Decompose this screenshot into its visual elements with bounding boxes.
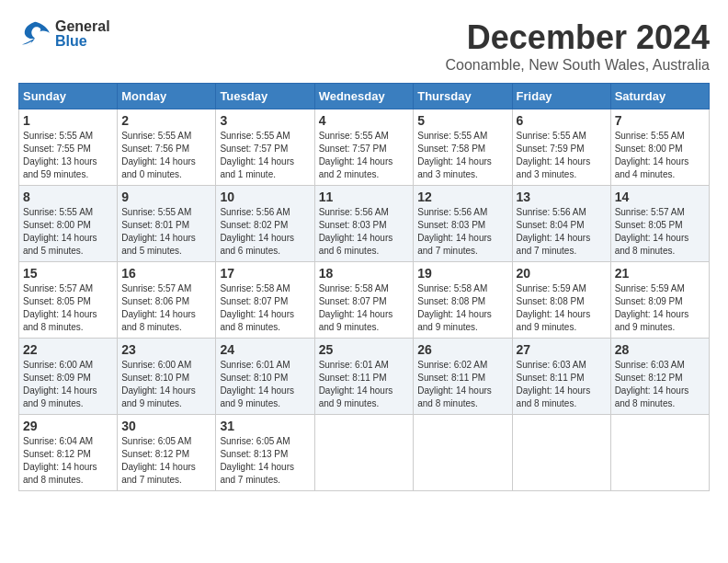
day-number: 18 [319,266,410,281]
sunrise-label: Sunrise: 5:55 AM [319,131,389,141]
day-number: 27 [517,342,607,357]
sunset-label: Sunset: 7:56 PM [121,144,189,154]
day-info: Sunrise: 6:03 AM Sunset: 8:11 PM Dayligh… [517,359,607,410]
calendar-cell [610,415,709,491]
daylight-label: Daylight: 14 hours and 8 minutes. [615,385,689,408]
sunrise-label: Sunrise: 6:02 AM [417,360,487,370]
day-info: Sunrise: 5:57 AM Sunset: 8:05 PM Dayligh… [615,206,705,258]
daylight-label: Daylight: 14 hours and 9 minutes. [319,309,393,332]
daylight-label: Daylight: 14 hours and 9 minutes. [517,309,591,332]
day-number: 2 [121,113,211,128]
sunrise-label: Sunrise: 5:55 AM [121,131,191,141]
daylight-label: Daylight: 14 hours and 5 minutes. [121,233,196,256]
sunrise-label: Sunrise: 5:56 AM [220,207,290,217]
day-number: 5 [417,113,507,128]
sunset-label: Sunset: 8:07 PM [319,296,387,306]
daylight-label: Daylight: 14 hours and 9 minutes. [615,309,689,332]
day-number: 20 [517,266,607,281]
day-number: 14 [615,190,705,204]
sunset-label: Sunset: 8:00 PM [23,220,91,230]
day-info: Sunrise: 6:01 AM Sunset: 8:10 PM Dayligh… [220,359,310,410]
calendar-cell [512,415,610,491]
calendar-cell: 29 Sunrise: 6:04 AM Sunset: 8:12 PM Dayl… [19,415,118,491]
day-number: 23 [121,342,211,357]
daylight-label: Daylight: 14 hours and 5 minutes. [23,233,97,256]
daylight-label: Daylight: 14 hours and 8 minutes. [615,233,689,256]
sunrise-label: Sunrise: 6:00 AM [23,360,93,370]
day-info: Sunrise: 6:01 AM Sunset: 8:11 PM Dayligh… [319,359,410,410]
sunset-label: Sunset: 8:12 PM [615,373,683,383]
daylight-label: Daylight: 14 hours and 7 minutes. [517,233,591,256]
day-number: 19 [417,266,507,281]
title-area: December 2024 Coonamble, New South Wales… [445,18,710,74]
logo-text: General Blue [55,18,110,50]
day-info: Sunrise: 5:56 AM Sunset: 8:04 PM Dayligh… [517,206,607,258]
day-info: Sunrise: 6:04 AM Sunset: 8:12 PM Dayligh… [23,435,113,487]
sunrise-label: Sunrise: 6:03 AM [615,360,685,370]
logo: General Blue [18,18,110,50]
day-info: Sunrise: 5:57 AM Sunset: 8:05 PM Dayligh… [23,282,113,334]
location-title: Coonamble, New South Wales, Australia [445,57,710,74]
calendar-cell: 19 Sunrise: 5:58 AM Sunset: 8:08 PM Dayl… [414,262,512,339]
weekday-header-row: SundayMondayTuesdayWednesdayThursdayFrid… [19,84,710,109]
day-number: 12 [417,190,507,204]
daylight-label: Daylight: 14 hours and 9 minutes. [23,385,97,408]
calendar-week-row: 22 Sunrise: 6:00 AM Sunset: 8:09 PM Dayl… [19,339,710,415]
day-number: 16 [121,266,211,281]
calendar-table: SundayMondayTuesdayWednesdayThursdayFrid… [18,83,710,491]
calendar-cell: 10 Sunrise: 5:56 AM Sunset: 8:02 PM Dayl… [216,186,314,262]
sunrise-label: Sunrise: 5:55 AM [121,207,191,217]
day-number: 7 [615,113,705,128]
sunset-label: Sunset: 8:11 PM [417,373,485,383]
daylight-label: Daylight: 14 hours and 9 minutes. [220,385,294,408]
sunrise-label: Sunrise: 5:55 AM [23,207,93,217]
sunrise-label: Sunrise: 5:55 AM [417,131,487,141]
daylight-label: Daylight: 14 hours and 7 minutes. [121,462,196,485]
day-number: 28 [615,342,705,357]
sunrise-label: Sunrise: 6:04 AM [23,436,93,446]
sunrise-label: Sunrise: 6:01 AM [220,360,290,370]
day-number: 13 [517,190,607,204]
sunrise-label: Sunrise: 5:56 AM [319,207,389,217]
day-info: Sunrise: 5:57 AM Sunset: 8:06 PM Dayligh… [121,282,211,334]
calendar-cell: 5 Sunrise: 5:55 AM Sunset: 7:58 PM Dayli… [414,109,512,186]
calendar-cell: 12 Sunrise: 5:56 AM Sunset: 8:03 PM Dayl… [414,186,512,262]
calendar-cell: 2 Sunrise: 5:55 AM Sunset: 7:56 PM Dayli… [118,109,216,186]
sunrise-label: Sunrise: 6:05 AM [220,436,290,446]
day-info: Sunrise: 6:00 AM Sunset: 8:10 PM Dayligh… [121,359,211,410]
daylight-label: Daylight: 14 hours and 4 minutes. [615,156,689,179]
calendar-cell: 15 Sunrise: 5:57 AM Sunset: 8:05 PM Dayl… [19,262,118,339]
day-number: 25 [319,342,410,357]
calendar-week-row: 29 Sunrise: 6:04 AM Sunset: 8:12 PM Dayl… [19,415,710,491]
sunrise-label: Sunrise: 5:57 AM [121,283,191,293]
calendar-cell: 1 Sunrise: 5:55 AM Sunset: 7:55 PM Dayli… [19,109,118,186]
sunset-label: Sunset: 8:08 PM [517,296,585,306]
weekday-header-wednesday: Wednesday [314,84,414,109]
day-info: Sunrise: 5:55 AM Sunset: 8:01 PM Dayligh… [121,206,211,258]
sunset-label: Sunset: 8:10 PM [220,373,288,383]
sunrise-label: Sunrise: 5:59 AM [615,283,685,293]
sunrise-label: Sunrise: 5:58 AM [220,283,290,293]
sunset-label: Sunset: 8:08 PM [417,296,485,306]
day-number: 30 [121,419,211,433]
sunset-label: Sunset: 7:58 PM [417,144,485,154]
daylight-label: Daylight: 14 hours and 8 minutes. [517,385,591,408]
daylight-label: Daylight: 14 hours and 8 minutes. [121,309,196,332]
daylight-label: Daylight: 14 hours and 2 minutes. [319,156,393,179]
day-info: Sunrise: 5:55 AM Sunset: 8:00 PM Dayligh… [23,206,113,258]
day-info: Sunrise: 5:55 AM Sunset: 7:58 PM Dayligh… [417,130,507,181]
sunset-label: Sunset: 7:55 PM [23,144,91,154]
calendar-cell: 13 Sunrise: 5:56 AM Sunset: 8:04 PM Dayl… [512,186,610,262]
day-info: Sunrise: 6:05 AM Sunset: 8:12 PM Dayligh… [121,435,211,487]
month-title: December 2024 [445,18,710,57]
sunrise-label: Sunrise: 5:55 AM [615,131,685,141]
day-number: 22 [23,342,113,357]
calendar-cell: 23 Sunrise: 6:00 AM Sunset: 8:10 PM Dayl… [118,339,216,415]
sunset-label: Sunset: 8:05 PM [23,296,91,306]
day-info: Sunrise: 6:05 AM Sunset: 8:13 PM Dayligh… [220,435,310,487]
sunset-label: Sunset: 8:04 PM [517,220,585,230]
weekday-header-thursday: Thursday [414,84,512,109]
day-info: Sunrise: 5:55 AM Sunset: 7:57 PM Dayligh… [319,130,410,181]
day-info: Sunrise: 5:58 AM Sunset: 8:08 PM Dayligh… [417,282,507,334]
calendar-cell: 11 Sunrise: 5:56 AM Sunset: 8:03 PM Dayl… [314,186,414,262]
